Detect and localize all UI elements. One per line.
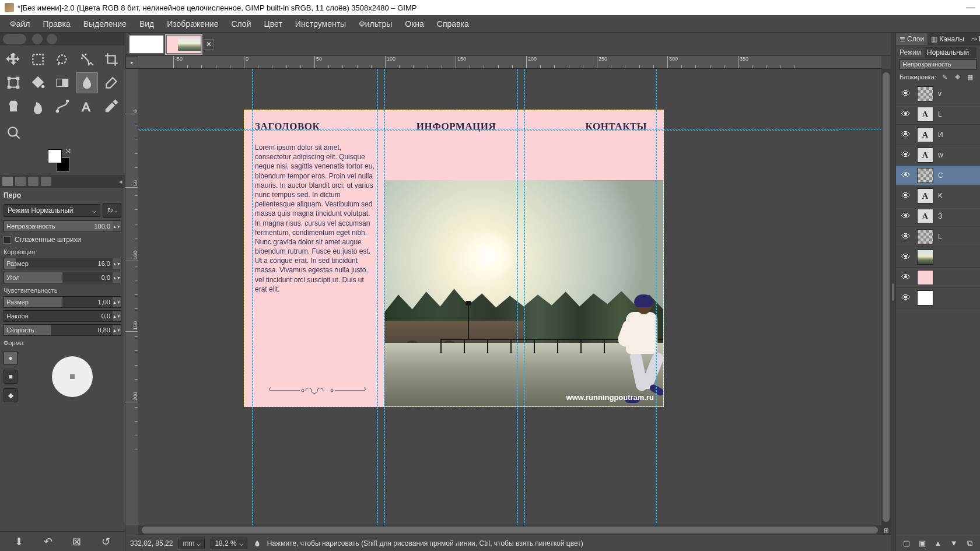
layer-visibility-icon[interactable]: 👁 bbox=[900, 129, 912, 140]
layer-visibility-icon[interactable]: 👁 bbox=[900, 231, 912, 242]
doc-tab-1[interactable] bbox=[129, 35, 164, 54]
layer-new-icon[interactable]: ▢ bbox=[901, 538, 912, 549]
navigation-icon[interactable]: ⊞ bbox=[881, 525, 891, 535]
layer-visibility-icon[interactable]: 👁 bbox=[900, 293, 912, 303]
menu-edit[interactable]: Правка bbox=[36, 16, 76, 32]
layer-visibility-icon[interactable]: 👁 bbox=[900, 89, 912, 99]
angle-slider[interactable]: Угол 0,0 ▲▼ bbox=[4, 272, 121, 283]
menu-help[interactable]: Справка bbox=[430, 16, 475, 32]
layer-row[interactable]: 👁L bbox=[896, 227, 980, 247]
speed-slider[interactable]: Скорость 0,80 ▲▼ bbox=[4, 324, 121, 336]
undo-icon[interactable]: ↶ bbox=[41, 535, 55, 549]
canvas-document[interactable]: www.runningpoutram.ru ЗАГОЛОВОК ИНФОРМАЦ… bbox=[244, 110, 664, 407]
viewport[interactable]: www.runningpoutram.ru ЗАГОЛОВОК ИНФОРМАЦ… bbox=[138, 69, 881, 525]
size-spinner[interactable]: ▲▼ bbox=[113, 258, 121, 269]
sens-size-slider[interactable]: Размер 1,00 ▲▼ bbox=[4, 296, 121, 308]
tool-color-picker[interactable] bbox=[100, 96, 123, 117]
layer-row[interactable]: 👁И bbox=[896, 125, 980, 145]
tool-options-tab-1[interactable] bbox=[2, 177, 13, 186]
layer-down-icon[interactable]: ▼ bbox=[949, 538, 959, 549]
lock-position-icon[interactable]: ✥ bbox=[953, 72, 962, 82]
layer-visibility-icon[interactable]: 👁 bbox=[900, 191, 912, 201]
menu-windows[interactable]: Окна bbox=[398, 16, 430, 32]
doc-tab-2[interactable] bbox=[166, 35, 201, 54]
menu-filters[interactable]: Фильтры bbox=[352, 16, 398, 32]
sens-size-spinner[interactable]: ▲▼ bbox=[113, 297, 121, 307]
ruler-horizontal[interactable]: -50050100150200250300350 bbox=[138, 56, 881, 69]
layer-row[interactable]: 👁L bbox=[896, 104, 980, 125]
smooth-strokes-checkbox[interactable] bbox=[4, 236, 11, 244]
layer-visibility-icon[interactable]: 👁 bbox=[900, 211, 912, 222]
delete-icon[interactable]: ⊠ bbox=[70, 535, 84, 549]
ruler-vertical[interactable]: 050100150200 bbox=[125, 69, 138, 525]
scrollbar-horizontal[interactable] bbox=[138, 525, 881, 535]
tool-options-tab-2[interactable] bbox=[15, 177, 26, 186]
layer-visibility-icon[interactable]: 👁 bbox=[900, 272, 912, 283]
tab-paths[interactable]: ⤳К bbox=[968, 33, 980, 45]
scrollbar-h-thumb[interactable] bbox=[142, 527, 878, 534]
status-zoom-select[interactable]: 18,2 %⌵ bbox=[211, 538, 247, 549]
panel-drag-handle[interactable] bbox=[891, 33, 895, 551]
save-options-icon[interactable]: ⬇ bbox=[12, 535, 26, 549]
tool-text[interactable]: A bbox=[76, 96, 98, 117]
doc-tab-close[interactable]: ✕ bbox=[204, 39, 214, 50]
layer-mode-select[interactable]: Нормальный bbox=[925, 47, 977, 58]
tool-transform[interactable] bbox=[2, 72, 24, 93]
blend-mode-select[interactable]: Режим Нормальный ⌵ bbox=[4, 204, 100, 217]
tilt-spinner[interactable]: ▲▼ bbox=[113, 311, 121, 321]
tool-options-collapse-icon[interactable]: ◂ bbox=[119, 178, 123, 185]
tool-clone[interactable] bbox=[2, 96, 24, 117]
layer-row[interactable]: 👁K bbox=[896, 186, 980, 206]
tilt-slider[interactable]: Наклон 0,0 ▲▼ bbox=[4, 310, 121, 322]
tab-layers[interactable]: ≣Слои bbox=[896, 33, 928, 45]
menu-file[interactable]: Файл bbox=[4, 16, 36, 32]
tool-paths[interactable] bbox=[51, 96, 74, 117]
shape-circle[interactable]: ● bbox=[4, 351, 18, 365]
tool-move[interactable] bbox=[2, 49, 24, 70]
tool-rect-select[interactable] bbox=[27, 49, 49, 70]
layer-visibility-icon[interactable]: 👁 bbox=[900, 252, 912, 262]
menu-select[interactable]: Выделение bbox=[77, 16, 133, 32]
lock-alpha-icon[interactable]: ▦ bbox=[965, 72, 975, 82]
swap-colors-icon[interactable]: ⤭ bbox=[65, 147, 71, 155]
opacity-slider[interactable]: Непрозрачность 100,0 ▲▼ bbox=[4, 220, 121, 232]
tool-crop[interactable] bbox=[100, 49, 123, 70]
menu-image[interactable]: Изображение bbox=[160, 16, 225, 32]
ruler-origin[interactable]: ▸ bbox=[125, 56, 138, 69]
lock-pixels-icon[interactable]: ✎ bbox=[940, 72, 949, 82]
layer-visibility-icon[interactable]: 👁 bbox=[900, 150, 912, 160]
shape-diamond[interactable]: ◆ bbox=[4, 388, 18, 402]
scrollbar-v-thumb[interactable] bbox=[883, 72, 890, 522]
size-slider[interactable]: Размер 16,0 ▲▼ bbox=[4, 258, 121, 269]
layer-opacity-slider[interactable]: Непрозрачность bbox=[900, 59, 977, 70]
tool-options-tab-4[interactable] bbox=[41, 177, 51, 186]
tab-channels[interactable]: ▥Каналы bbox=[928, 33, 968, 45]
tool-smudge[interactable] bbox=[27, 96, 49, 117]
menu-color[interactable]: Цвет bbox=[257, 16, 288, 32]
tool-options-tab-3[interactable] bbox=[28, 177, 38, 186]
tool-bucket[interactable] bbox=[27, 72, 49, 93]
menu-view[interactable]: Вид bbox=[133, 16, 160, 32]
opacity-spinner[interactable]: ▲▼ bbox=[113, 221, 121, 231]
tool-ink[interactable] bbox=[76, 72, 98, 93]
angle-spinner[interactable]: ▲▼ bbox=[113, 272, 121, 283]
layer-visibility-icon[interactable]: 👁 bbox=[900, 109, 912, 120]
menu-tools[interactable]: Инструменты bbox=[289, 16, 352, 32]
foreground-color[interactable] bbox=[48, 149, 62, 163]
reset-icon[interactable]: ↺ bbox=[99, 535, 113, 549]
menu-layer[interactable]: Слой bbox=[225, 16, 257, 32]
layer-row[interactable]: 👁 bbox=[896, 268, 980, 288]
layer-row[interactable]: 👁 bbox=[896, 288, 980, 308]
speed-spinner[interactable]: ▲▼ bbox=[113, 325, 121, 335]
scrollbar-vertical[interactable] bbox=[881, 69, 891, 525]
tool-fuzzy-select[interactable] bbox=[76, 49, 98, 70]
status-unit-select[interactable]: mm⌵ bbox=[178, 538, 205, 549]
layer-row[interactable]: 👁 bbox=[896, 247, 980, 268]
layer-group-icon[interactable]: ▣ bbox=[917, 538, 928, 549]
layer-up-icon[interactable]: ▲ bbox=[933, 538, 943, 549]
layer-row[interactable]: 👁C bbox=[896, 166, 980, 186]
tool-free-select[interactable] bbox=[51, 49, 74, 70]
layer-dup-icon[interactable]: ⧉ bbox=[964, 538, 975, 549]
tool-gradient[interactable] bbox=[51, 72, 74, 93]
layer-visibility-icon[interactable]: 👁 bbox=[900, 170, 912, 181]
